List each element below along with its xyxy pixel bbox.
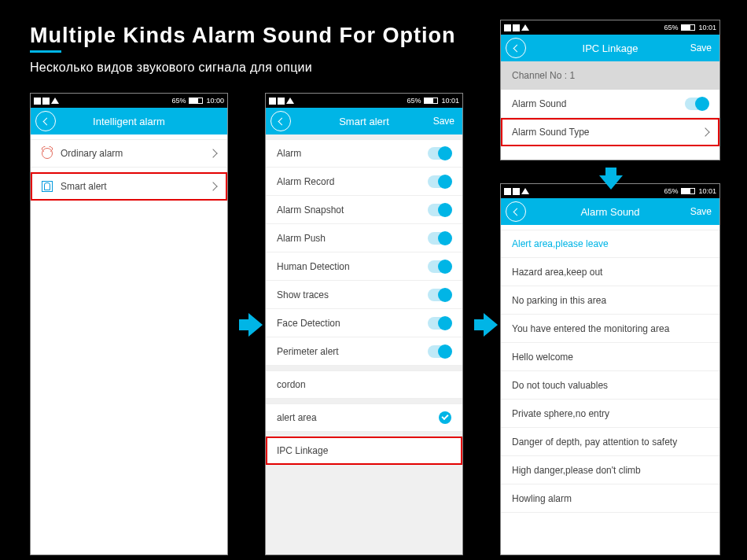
sound-option[interactable]: You have entered the monitoring area [501, 315, 719, 343]
row-label: Do not touch valuables [512, 380, 608, 391]
list-row[interactable]: Alarm [266, 139, 462, 168]
row-label: Alarm Push [277, 233, 326, 244]
battery-icon [424, 98, 438, 104]
row-label: Show traces [277, 289, 329, 300]
nav-title: IPC Linkage [501, 42, 719, 54]
list: Alert area,please leaveHazard area,keep … [501, 225, 719, 554]
nav-bar: Alarm Sound Save [501, 198, 719, 225]
chevron-right-icon [701, 127, 709, 136]
wifi-icon [51, 98, 59, 104]
list-row[interactable]: Human Detection [266, 252, 462, 281]
battery-icon [681, 24, 695, 31]
nav-title: Intelligent alarm [31, 116, 227, 127]
toggle-switch[interactable] [428, 260, 451, 273]
row-label: alert area [277, 412, 317, 423]
list: Ordinary alarm Smart alert [31, 134, 227, 554]
chevron-right-icon [208, 182, 217, 190]
sound-option[interactable]: Hazard area,keep out [501, 258, 719, 286]
sound-option[interactable]: High danger,please don't climb [501, 456, 719, 484]
page-title-block: Multiple Kinds Alarm Sound For Option Не… [30, 24, 455, 75]
row-label: Alarm Record [277, 176, 334, 187]
alarm-clock-icon [42, 148, 53, 159]
sound-option[interactable]: Hello welcome [501, 343, 719, 371]
row-label: Ordinary alarm [61, 148, 123, 159]
toggle-switch[interactable] [428, 317, 451, 330]
list-row[interactable]: Alarm Snapshot [266, 196, 462, 224]
row-label: Alarm Snapshot [277, 204, 344, 216]
phone-alarm-sound: 65%10:01 Alarm Sound Save Alert area,ple… [500, 183, 720, 555]
list-row[interactable]: cordon [266, 370, 462, 399]
arrow-down-icon [599, 175, 623, 190]
battery-icon [189, 98, 203, 104]
wifi-icon [286, 98, 294, 104]
wifi-icon [521, 188, 529, 194]
sound-option[interactable]: Do not touch valuables [501, 371, 719, 400]
sound-option[interactable]: No parking in this area [501, 286, 719, 315]
row-label: Smart alert [61, 181, 107, 192]
sound-option[interactable]: Howling alarm [501, 484, 719, 513]
sound-option[interactable]: Danger of depth, pay attention to safety [501, 428, 719, 456]
list-row[interactable]: Face Detection [266, 309, 462, 337]
nav-title: Alarm Sound [501, 206, 719, 218]
row-label: IPC Linkage [277, 445, 328, 456]
nav-bar: Intelligent alarm [31, 108, 227, 134]
row-label: Howling alarm [512, 493, 572, 504]
toggle-switch[interactable] [428, 147, 451, 160]
row-label: Alarm [277, 148, 301, 159]
list-row[interactable]: Alarm Push [266, 224, 462, 252]
wifi-icon [521, 24, 529, 31]
phone-ipc-linkage: 65%10:01 IPC Linkage Save Channel No : 1… [500, 20, 720, 160]
toggle-switch[interactable] [428, 232, 451, 245]
toggle-switch[interactable] [428, 289, 451, 301]
row-label: You have entered the monitoring area [512, 323, 669, 334]
channel-label: Channel No : 1 [501, 61, 719, 90]
list: Channel No : 1 Alarm Sound Alarm Sound T… [501, 61, 719, 160]
row-label: Human Detection [277, 261, 350, 272]
title-sub: Несколько видов звукового сигнала для оп… [30, 61, 455, 75]
nav-bar: Smart alert Save [266, 108, 462, 134]
toggle-switch[interactable] [428, 175, 451, 188]
smart-alert-icon [42, 181, 53, 192]
row-label: Alert area,please leave [512, 238, 609, 249]
nav-bar: IPC Linkage Save [501, 35, 719, 61]
toggle-switch[interactable] [428, 345, 451, 358]
list-row[interactable]: Show traces [266, 281, 462, 309]
row-smart-alert[interactable]: Smart alert [31, 172, 227, 201]
row-label: cordon [277, 379, 306, 390]
row-label: Danger of depth, pay attention to safety [512, 437, 677, 448]
arrow-right-icon [484, 313, 498, 337]
row-ordinary-alarm[interactable]: Ordinary alarm [31, 139, 227, 168]
list-row[interactable]: IPC Linkage [266, 437, 462, 465]
row-label: Private sphere,no entry [512, 408, 609, 419]
arrow-right-icon [248, 313, 263, 337]
title-underline [30, 50, 61, 53]
list-row[interactable]: Perimeter alert [266, 337, 462, 366]
row-alarm-sound-type[interactable]: Alarm Sound Type [501, 118, 719, 146]
save-button[interactable]: Save [690, 206, 712, 217]
battery-icon [681, 188, 695, 194]
phone-intelligent-alarm: 65%10:00 Intelligent alarm Ordinary alar… [30, 93, 228, 555]
phone-smart-alert: 65%10:01 Smart alert Save AlarmAlarm Rec… [265, 93, 463, 555]
save-button[interactable]: Save [690, 42, 712, 53]
title-main: Multiple Kinds Alarm Sound For Option [30, 24, 455, 48]
row-label: Alarm Sound Type [512, 127, 590, 138]
sound-option[interactable]: Private sphere,no entry [501, 400, 719, 428]
list-row[interactable]: alert area [266, 403, 462, 432]
row-label: Alarm Sound [512, 98, 566, 109]
status-bar: 65%10:00 [31, 94, 227, 108]
row-label: Perimeter alert [277, 346, 339, 357]
row-alarm-sound[interactable]: Alarm Sound [501, 90, 719, 118]
list-row[interactable]: Alarm Record [266, 168, 462, 196]
chevron-right-icon [208, 149, 217, 157]
list: AlarmAlarm RecordAlarm SnapshotAlarm Pus… [266, 134, 462, 554]
check-icon [439, 411, 451, 424]
sound-option[interactable]: Alert area,please leave [501, 230, 719, 258]
row-label: Hazard area,keep out [512, 267, 602, 278]
row-label: High danger,please don't climb [512, 465, 641, 476]
status-bar: 65%10:01 [501, 20, 719, 35]
toggle-switch[interactable] [685, 98, 708, 110]
row-label: Hello welcome [512, 352, 573, 363]
toggle-switch[interactable] [428, 204, 451, 216]
save-button[interactable]: Save [433, 116, 454, 127]
status-bar: 65%10:01 [266, 94, 462, 108]
